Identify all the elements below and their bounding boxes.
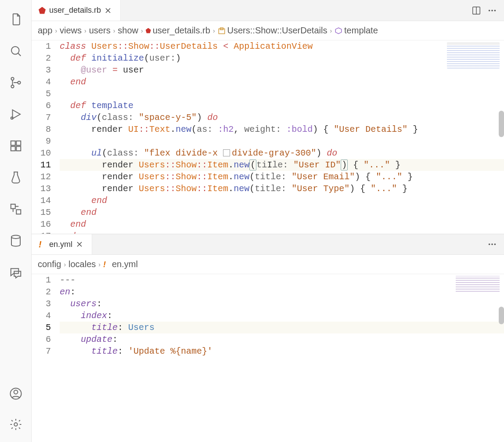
svg-point-23: [494, 243, 496, 245]
extensions-icon[interactable]: [5, 135, 26, 156]
editor-actions-bottom: [487, 239, 504, 249]
accounts-icon[interactable]: [5, 383, 26, 404]
svg-point-11: [11, 235, 20, 239]
close-tab-icon[interactable]: [76, 241, 83, 248]
breadcrumb-segment[interactable]: locales: [68, 259, 96, 269]
breadcrumb-segment[interactable]: user_details.rb: [146, 25, 210, 36]
code-line[interactable]: end: [60, 218, 504, 230]
settings-gear-icon[interactable]: [5, 414, 26, 435]
run-debug-icon[interactable]: [5, 104, 26, 125]
breadcrumb-segment[interactable]: users: [89, 25, 111, 36]
code-line[interactable]: [60, 135, 504, 147]
code-editor-top[interactable]: 123456789101112131415161718 class Users:…: [32, 40, 504, 234]
more-actions-icon[interactable]: [487, 239, 497, 249]
yaml-file-icon: !: [39, 241, 46, 248]
line-number-gutter: 1234567: [32, 274, 60, 442]
code-line[interactable]: render Users::Show::Item.new(title: "Use…: [60, 183, 504, 195]
chat-icon[interactable]: [5, 262, 26, 283]
code-line[interactable]: def template: [60, 100, 504, 112]
code-line[interactable]: @user = user: [60, 64, 504, 76]
activity-bar: [0, 0, 32, 442]
code-line[interactable]: render Users::Show::Item.new(tiIle: "Use…: [60, 159, 504, 171]
code-line[interactable]: end: [60, 230, 504, 234]
code-line[interactable]: end: [60, 76, 504, 88]
tab-label: user_details.rb: [49, 6, 101, 15]
code-line[interactable]: ul(class: "flex divide-x divide-gray-300…: [60, 147, 504, 159]
svg-point-2: [11, 85, 14, 88]
breadcrumb-segment[interactable]: ! en.yml: [103, 259, 138, 269]
tab-label: en.yml: [49, 240, 72, 249]
code-line[interactable]: update:: [60, 333, 504, 345]
scrollbar-thumb[interactable]: [499, 307, 504, 324]
breadcrumb-symbol[interactable]: template: [335, 25, 378, 36]
code-line[interactable]: class Users::Show::UserDetails < Applica…: [60, 40, 504, 52]
svg-point-13: [14, 390, 18, 394]
tab-user-details[interactable]: user_details.rb: [32, 0, 121, 21]
code-line[interactable]: end: [60, 195, 504, 207]
code-lines[interactable]: ---en: users: index: title: Users update…: [60, 274, 504, 442]
ruby-file-icon: [39, 7, 46, 14]
breadcrumb-segment[interactable]: config: [38, 259, 61, 269]
minimap[interactable]: [447, 42, 500, 69]
class-symbol-icon: [218, 27, 226, 35]
editor-pane-bottom: ! en.yml config › locales › ! en.yml: [32, 234, 504, 442]
more-actions-icon[interactable]: [487, 6, 497, 15]
editor-pane-top: user_details.rb app › views › users › s: [32, 0, 504, 234]
code-line[interactable]: render Users::Show::Item.new(title: "Use…: [60, 171, 504, 183]
line-number: 15: [32, 207, 51, 218]
svg-point-0: [11, 47, 19, 54]
testing-icon[interactable]: [5, 167, 26, 188]
breadcrumb-symbol[interactable]: Users::Show::UserDetails: [218, 25, 328, 36]
code-line[interactable]: div(class: "space-y-5") do: [60, 112, 504, 123]
line-number: 5: [32, 88, 51, 100]
code-editor-bottom[interactable]: 1234567 ---en: users: index: title: User…: [32, 274, 504, 442]
source-control-icon[interactable]: [5, 72, 26, 93]
line-number: 3: [32, 64, 51, 76]
line-number: 7: [32, 112, 51, 123]
chevron-right-icon: ›: [64, 261, 66, 268]
minimap[interactable]: [456, 276, 500, 292]
split-editor-icon[interactable]: [472, 6, 481, 15]
code-lines[interactable]: class Users::Show::UserDetails < Applica…: [60, 40, 504, 234]
code-line[interactable]: end: [60, 207, 504, 218]
database-icon[interactable]: [5, 230, 26, 251]
chevron-right-icon: ›: [141, 27, 143, 34]
code-line[interactable]: title: Users: [60, 322, 504, 333]
svg-rect-5: [11, 141, 15, 145]
breadcrumb-segment[interactable]: views: [60, 25, 82, 36]
chevron-right-icon: ›: [84, 27, 86, 34]
code-line[interactable]: title: 'Update %{name}': [60, 345, 504, 357]
svg-rect-9: [11, 204, 15, 209]
scrollbar-thumb[interactable]: [499, 111, 504, 137]
line-number: 2: [32, 52, 51, 64]
code-line[interactable]: users:: [60, 298, 504, 310]
line-number: 3: [32, 298, 51, 310]
search-icon[interactable]: [5, 40, 26, 62]
tab-en-yml[interactable]: ! en.yml: [32, 234, 92, 254]
code-line[interactable]: [60, 88, 504, 100]
code-line[interactable]: en:: [60, 286, 504, 298]
code-line[interactable]: index:: [60, 310, 504, 322]
line-number: 9: [32, 135, 51, 147]
line-number: 13: [32, 183, 51, 195]
line-number: 1: [32, 40, 51, 52]
breadcrumbs-bottom[interactable]: config › locales › ! en.yml: [32, 255, 504, 274]
editor-actions-top: [472, 6, 504, 15]
code-line[interactable]: def initialize(user:): [60, 52, 504, 64]
breadcrumb-segment[interactable]: show: [118, 25, 138, 36]
line-number: 6: [32, 333, 51, 345]
breadcrumb-segment[interactable]: app: [38, 25, 52, 36]
ruby-file-icon: [146, 28, 151, 33]
remote-explorer-icon[interactable]: [5, 199, 26, 220]
svg-point-17: [491, 10, 493, 11]
breadcrumbs-top[interactable]: app › views › users › show › user_detail…: [32, 21, 504, 40]
chevron-right-icon: ›: [113, 27, 115, 34]
close-tab-icon[interactable]: [104, 7, 112, 14]
explorer-icon[interactable]: [5, 9, 26, 30]
code-line[interactable]: render UI::Text.new(as: :h2, weight: :bo…: [60, 123, 504, 135]
svg-point-14: [14, 423, 18, 426]
line-number: 4: [32, 76, 51, 88]
code-line[interactable]: ---: [60, 274, 504, 286]
line-number: 4: [32, 310, 51, 322]
line-number: 8: [32, 123, 51, 135]
